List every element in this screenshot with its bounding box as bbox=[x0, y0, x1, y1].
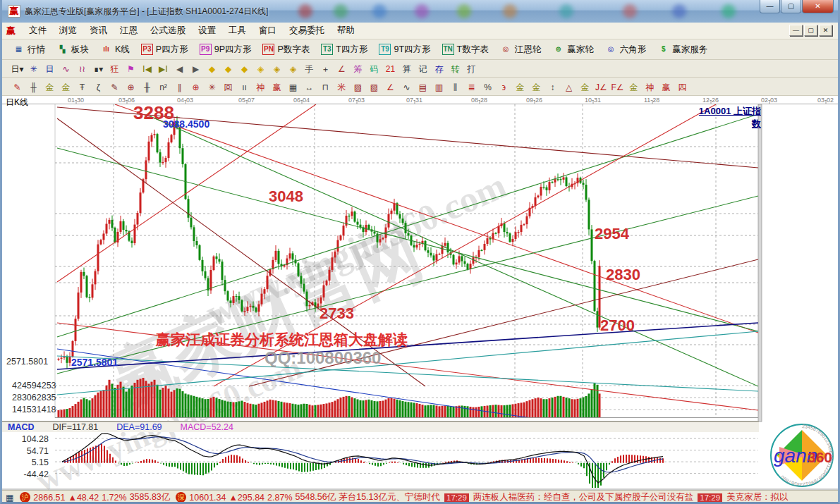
sz-index-value[interactable]: 10601.34 bbox=[189, 493, 226, 503]
fib-f-icon[interactable]: Ŧ bbox=[74, 80, 90, 94]
gold-ratio-icon[interactable]: 金 bbox=[42, 80, 58, 94]
chip2-icon[interactable]: 码 bbox=[366, 61, 382, 76]
diamond-h-icon[interactable]: ◆ bbox=[236, 61, 252, 76]
hatch-box2-icon[interactable]: ▧ bbox=[366, 80, 382, 94]
diamond-cross-icon[interactable]: ◈ bbox=[269, 61, 285, 76]
menu-江恩[interactable]: 江恩 bbox=[114, 23, 144, 38]
diamond-all-icon[interactable]: ◈ bbox=[285, 61, 301, 76]
t9-square-button[interactable]: T99T四方形 bbox=[374, 42, 435, 57]
minimize-button[interactable]: — bbox=[760, 0, 780, 13]
ying-fan-icon[interactable]: 赢∠ bbox=[658, 80, 674, 94]
gold-ratio2-icon[interactable]: 金 bbox=[58, 80, 74, 94]
t-square-button[interactable]: T3T四方形 bbox=[316, 42, 372, 57]
winner-service-button[interactable]: $赢家服务 bbox=[652, 42, 712, 57]
menu-交易委托[interactable]: 交易委托 bbox=[283, 23, 331, 38]
grid-lines-icon[interactable]: ╫ bbox=[25, 80, 42, 94]
info-list-icon[interactable]: 目 bbox=[42, 61, 58, 76]
wave-mark-icon[interactable]: ıı bbox=[236, 80, 252, 94]
close-button[interactable]: ✕ bbox=[802, 0, 834, 13]
gold-angle-icon[interactable]: 金 bbox=[577, 80, 593, 94]
gann-wheel-button[interactable]: ◎江恩轮 bbox=[495, 42, 547, 57]
grid-123-icon[interactable]: ▦ bbox=[285, 80, 301, 94]
hand-tool-icon[interactable]: 手 bbox=[301, 61, 317, 76]
menu-设置[interactable]: 设置 bbox=[192, 23, 222, 38]
slant-lines-icon[interactable]: ⫼ bbox=[447, 80, 463, 94]
si-fan-icon[interactable]: 四∠ bbox=[674, 80, 690, 94]
pencil-red-icon[interactable]: ✎ bbox=[9, 80, 25, 94]
maximize-button[interactable]: ▢ bbox=[781, 0, 801, 13]
candle-style-dropdown[interactable]: ∎▾ bbox=[90, 61, 106, 76]
band-box-icon[interactable]: ▤ bbox=[415, 80, 431, 94]
ticker-item[interactable]: 美克家居：拟以 bbox=[726, 491, 789, 503]
menu-资讯[interactable]: 资讯 bbox=[83, 23, 114, 38]
chart-line-icon[interactable]: ∿ bbox=[58, 61, 74, 76]
star-rays-icon[interactable]: ✳ bbox=[204, 80, 220, 94]
hatch-box-icon[interactable]: ▨ bbox=[350, 80, 366, 94]
percent-level-icon[interactable]: ϶ bbox=[496, 80, 512, 94]
gann-kuang-icon[interactable]: 狂 bbox=[106, 61, 123, 76]
gold-band-icon[interactable]: 金 bbox=[528, 80, 544, 94]
triangle-icon[interactable]: △ bbox=[561, 80, 577, 94]
band-box2-icon[interactable]: ▥ bbox=[431, 80, 447, 94]
square-n2-icon[interactable]: n² bbox=[155, 80, 171, 94]
parallel-icon[interactable]: ∥ bbox=[171, 80, 188, 94]
news-ticker[interactable]: 茅台15.13亿元、宁德时代17:29两连板人福医药：经自查，公司及下属控股子公… bbox=[339, 491, 838, 503]
p-table-button[interactable]: PNP数字表 bbox=[257, 42, 315, 57]
circle-cycle-icon[interactable]: ⊕ bbox=[123, 80, 139, 94]
menu-文件[interactable]: 文件 bbox=[23, 23, 53, 38]
menu-窗口[interactable]: 窗口 bbox=[252, 23, 283, 38]
spiral-icon[interactable]: ζ bbox=[90, 80, 106, 94]
diamond-v-icon[interactable]: ◈ bbox=[252, 61, 269, 76]
save-icon[interactable]: 存 bbox=[431, 61, 447, 76]
notes-icon[interactable]: 记 bbox=[415, 61, 431, 76]
winner-wheel-button[interactable]: ⊚赢家轮 bbox=[547, 42, 599, 57]
p-square-button[interactable]: P3P四方形 bbox=[136, 42, 193, 57]
angle-line-icon[interactable]: ∠ bbox=[382, 80, 398, 94]
updown-icon[interactable]: ↕ bbox=[544, 80, 561, 94]
j-angle-icon[interactable]: J∠ bbox=[593, 80, 609, 94]
gold-channel-icon[interactable]: 金 bbox=[512, 80, 528, 94]
quote-grid-icon[interactable]: ▦ bbox=[6, 493, 13, 503]
rays-fan-icon[interactable]: 米 bbox=[334, 80, 350, 94]
gann-circle-icon[interactable]: ⊕ bbox=[188, 80, 204, 94]
diamond-left-icon[interactable]: ◆ bbox=[204, 61, 220, 76]
next-bar-icon[interactable]: ▶ bbox=[188, 61, 204, 76]
export-icon[interactable]: 转 bbox=[447, 61, 463, 76]
child-restore-button[interactable]: ▢ bbox=[804, 25, 817, 36]
ying-tool-icon[interactable]: 赢 bbox=[269, 80, 285, 94]
diamond-right-icon[interactable]: ◆ bbox=[220, 61, 236, 76]
first-bar-icon[interactable]: Ⅰ◀ bbox=[139, 61, 155, 76]
period-day-dropdown[interactable]: 日▾ bbox=[9, 61, 25, 76]
child-minimize-button[interactable]: — bbox=[789, 25, 803, 36]
blocks-button[interactable]: ▚板块 bbox=[51, 42, 94, 57]
zigzag-icon[interactable]: ∿ bbox=[398, 80, 415, 94]
percent-icon[interactable]: % bbox=[480, 80, 496, 94]
calculator-icon[interactable]: 算 bbox=[398, 61, 415, 76]
quotes-button[interactable]: ▦行情 bbox=[8, 42, 50, 57]
t-table-button[interactable]: TNT数字表 bbox=[437, 42, 494, 57]
prev-bar-icon[interactable]: ◀ bbox=[171, 61, 188, 76]
menu-工具[interactable]: 工具 bbox=[222, 23, 252, 38]
network-icon[interactable]: ✳ bbox=[25, 61, 42, 76]
p9-square-button[interactable]: P99P四方形 bbox=[195, 42, 257, 57]
menu-公式选股[interactable]: 公式选股 bbox=[144, 23, 192, 38]
f-angle-icon[interactable]: F∠ bbox=[609, 80, 626, 94]
child-close-button[interactable]: ✕ bbox=[819, 25, 832, 36]
angle-measure-icon[interactable]: ∠ bbox=[334, 61, 350, 76]
last-bar-icon[interactable]: ▶Ⅰ bbox=[155, 61, 171, 76]
calendar-icon[interactable]: 21 bbox=[382, 61, 398, 76]
chart-wave-icon[interactable]: ≀≀ bbox=[74, 61, 90, 76]
ruler-lines-icon[interactable]: ╫ bbox=[139, 80, 155, 94]
gann-box-icon[interactable]: 回 bbox=[220, 80, 236, 94]
gold-fan-icon[interactable]: 金∠ bbox=[626, 80, 642, 94]
percent-lines-icon[interactable]: ≣ bbox=[463, 80, 480, 94]
box-top-icon[interactable]: ⊓ bbox=[317, 80, 334, 94]
menu-浏览[interactable]: 浏览 bbox=[53, 23, 83, 38]
print-icon[interactable]: 打 bbox=[463, 61, 480, 76]
shen-fan-icon[interactable]: 神∠ bbox=[642, 80, 658, 94]
hexagon-button[interactable]: ◎六角形 bbox=[600, 42, 652, 57]
flag-icon[interactable]: ⚑ bbox=[123, 61, 139, 76]
pencil-dark-icon[interactable]: ✎ bbox=[106, 80, 123, 94]
shen-tool-icon[interactable]: 神 bbox=[252, 80, 269, 94]
ticker-item[interactable]: 茅台15.13亿元、宁德时代 bbox=[339, 491, 440, 503]
